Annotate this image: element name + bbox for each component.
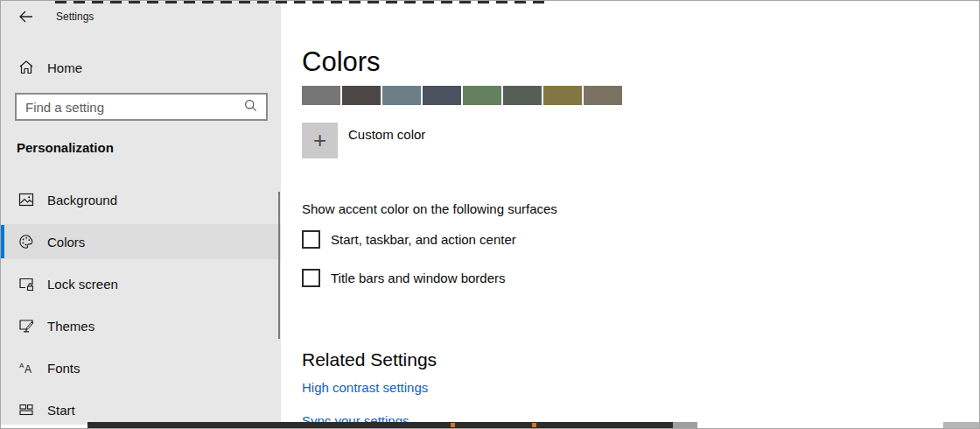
color-swatch-8[interactable]	[584, 86, 622, 105]
lock-screen-icon	[18, 275, 35, 292]
high-contrast-settings-link[interactable]: High contrast settings	[302, 380, 428, 395]
sidebar-item-themes[interactable]: Themes	[1, 308, 281, 343]
sidebar-item-label: Colors	[47, 235, 85, 250]
custom-color-button[interactable]: +	[302, 123, 338, 158]
plus-icon: +	[313, 129, 326, 151]
home-icon	[18, 59, 35, 76]
sidebar-section-header: Personalization	[17, 140, 114, 155]
sidebar-item-home[interactable]: Home	[1, 52, 281, 83]
sidebar-nav-list: Background Colors Lock screen Theme	[1, 182, 281, 429]
checkbox-label: Title bars and window borders	[331, 271, 506, 285]
custom-color-label: Custom color	[348, 127, 425, 158]
main-content: Colors + Custom color Show accent color …	[302, 1, 967, 425]
checkbox-row-title-bars: Title bars and window borders	[302, 269, 506, 287]
color-swatch-5[interactable]	[463, 86, 501, 105]
checkbox-title-bars[interactable]	[302, 269, 320, 287]
search-input[interactable]	[17, 100, 244, 115]
custom-color-row: + Custom color	[302, 123, 425, 158]
occluded-window-top-fragment	[55, 1, 548, 4]
themes-icon	[18, 317, 35, 334]
color-swatch-4[interactable]	[423, 86, 461, 105]
sidebar-item-label: Fonts	[47, 361, 80, 376]
selected-accent-bar	[1, 225, 4, 258]
back-arrow-icon	[19, 11, 33, 23]
search-icon[interactable]	[244, 99, 257, 116]
sidebar-item-lock-screen[interactable]: Lock screen	[1, 266, 281, 301]
sidebar: Settings Home Personalization Background	[1, 1, 281, 425]
sidebar-item-colors[interactable]: Colors	[1, 224, 281, 259]
checkbox-start-taskbar[interactable]	[302, 230, 320, 249]
sidebar-item-label: Start	[47, 403, 75, 418]
back-button[interactable]	[13, 4, 39, 29]
svg-text:A: A	[24, 363, 32, 376]
start-icon	[18, 401, 35, 418]
fonts-icon: AA	[18, 359, 35, 376]
color-swatch-6[interactable]	[503, 86, 542, 105]
app-title: Settings	[56, 11, 94, 23]
accent-color-swatches	[302, 86, 622, 105]
color-swatch-1[interactable]	[302, 86, 340, 105]
page-title: Colors	[302, 46, 381, 78]
sidebar-scrollbar[interactable]	[278, 192, 280, 339]
settings-window: Settings Home Personalization Background	[0, 0, 980, 429]
related-settings-heading: Related Settings	[302, 349, 437, 370]
occluded-fragment	[532, 423, 536, 427]
sidebar-item-fonts[interactable]: AA Fonts	[1, 350, 281, 385]
occluded-window-fragment	[673, 422, 697, 428]
sidebar-item-label: Background	[47, 193, 117, 207]
sidebar-item-label: Themes	[47, 319, 94, 334]
surfaces-heading: Show accent color on the following surfa…	[302, 201, 557, 216]
occluded-fragment	[451, 423, 455, 427]
sidebar-item-label: Home	[47, 60, 82, 75]
background-icon	[18, 191, 35, 208]
color-swatch-3[interactable]	[382, 86, 421, 105]
occluded-window-bottom-fragment	[88, 422, 691, 428]
checkbox-row-start-taskbar: Start, taskbar, and action center	[302, 230, 516, 249]
color-swatch-2[interactable]	[342, 86, 381, 105]
search-box[interactable]	[15, 93, 268, 121]
checkbox-label: Start, taskbar, and action center	[331, 232, 516, 247]
color-swatch-7[interactable]	[543, 86, 582, 105]
occluded-window-fragment	[943, 422, 980, 428]
colors-palette-icon	[18, 233, 35, 250]
sidebar-item-label: Lock screen	[47, 277, 118, 292]
sidebar-item-background[interactable]: Background	[1, 182, 281, 217]
